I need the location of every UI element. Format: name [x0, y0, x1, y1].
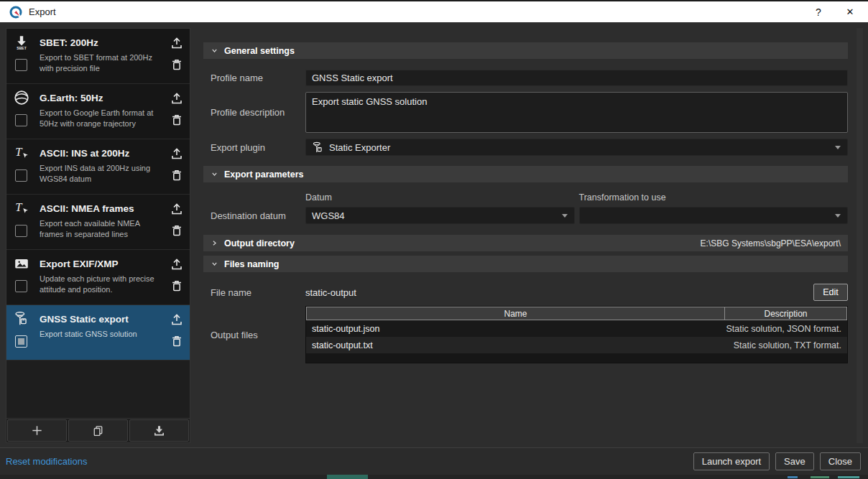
- profile-checkbox[interactable]: [15, 335, 27, 348]
- output-file-name: static-output.json: [306, 324, 726, 334]
- profile-title: ASCII: INS at 200Hz: [40, 148, 164, 159]
- output-directory-path: E:\SBG Systems\sbgPP\ESA\export\: [701, 238, 841, 248]
- add-profile-button[interactable]: [7, 419, 67, 442]
- output-file-row[interactable]: static-output.json Static solution, JSON…: [306, 320, 847, 337]
- column-header-description[interactable]: Description: [725, 307, 846, 320]
- export-profile-button[interactable]: [168, 34, 185, 52]
- profile-description-input[interactable]: Export static GNSS solution: [305, 92, 848, 133]
- profile-list-item[interactable]: SBET: 200Hz Export to SBET format at 200…: [6, 29, 190, 84]
- destination-datum-label: Destination datum: [203, 210, 305, 221]
- profile-title: Export EXIF/XMP: [40, 259, 164, 269]
- close-button[interactable]: Close: [820, 452, 861, 470]
- delete-profile-button[interactable]: [168, 222, 185, 239]
- import-profile-button[interactable]: [129, 419, 189, 442]
- chevron-down-icon: [211, 47, 218, 55]
- trash-icon: [170, 113, 184, 127]
- section-title: Export parameters: [224, 169, 303, 180]
- profile-checkbox[interactable]: [15, 169, 27, 182]
- column-header-name[interactable]: Name: [307, 307, 725, 320]
- google-earth-icon: [14, 90, 29, 106]
- upload-icon: [170, 147, 184, 161]
- profile-checkbox[interactable]: [15, 59, 27, 71]
- output-files-table: Name Description static-output.json Stat…: [305, 306, 848, 363]
- upload-icon: [170, 202, 184, 216]
- transformation-column-label: Transformation to use: [579, 192, 849, 203]
- trash-icon: [170, 279, 184, 293]
- profile-checkbox[interactable]: [15, 225, 27, 237]
- profile-description: Export each available NMEA frames in sep…: [40, 216, 164, 245]
- output-file-description: Static solution, JSON format.: [726, 324, 847, 334]
- chevron-down-icon: [211, 260, 218, 268]
- profile-list-item[interactable]: Export EXIF/XMP Update each picture with…: [6, 250, 190, 305]
- edit-file-name-button[interactable]: Edit: [813, 284, 848, 301]
- output-file-name: static-output.txt: [306, 340, 726, 350]
- export-profile-button[interactable]: [168, 200, 185, 218]
- profile-description: Export to Google Earth format at 50Hz wi…: [40, 106, 164, 134]
- section-output-directory[interactable]: Output directory E:\SBG Systems\sbgPP\ES…: [203, 235, 848, 251]
- dialog-body: SBET: 200Hz Export to SBET format at 200…: [0, 22, 868, 447]
- close-window-button[interactable]: ✕: [839, 3, 861, 22]
- section-title: Output directory: [224, 238, 295, 248]
- profile-list-item[interactable]: ASCII: INS at 200Hz Export INS data at 2…: [6, 139, 190, 195]
- trash-icon: [170, 168, 184, 182]
- datum-value: WGS84: [312, 210, 345, 221]
- save-button[interactable]: Save: [775, 452, 814, 470]
- output-files-label: Output files: [203, 330, 305, 340]
- delete-profile-button[interactable]: [168, 167, 185, 184]
- delete-profile-button[interactable]: [168, 56, 185, 73]
- export-profile-button[interactable]: [168, 145, 185, 162]
- reset-modifications-link[interactable]: Reset modifications: [6, 456, 87, 467]
- trash-icon: [170, 57, 184, 72]
- export-profile-button[interactable]: [168, 311, 185, 328]
- profile-list-item[interactable]: GNSS Static export Export static GNSS so…: [6, 305, 190, 361]
- background-artifact: [838, 476, 859, 478]
- sidebar-actions: [6, 418, 190, 442]
- upload-icon: [170, 36, 184, 50]
- profile-description-label: Profile description: [203, 107, 305, 118]
- export-plugin-value: Static Exporter: [329, 142, 390, 153]
- export-profile-button[interactable]: [168, 256, 185, 273]
- chevron-down-icon: [211, 170, 218, 178]
- background-artifact: [788, 476, 798, 478]
- profile-list: SBET: 200Hz Export to SBET format at 200…: [6, 29, 190, 361]
- export-plugin-dropdown[interactable]: Static Exporter: [305, 139, 848, 156]
- profile-description: Export INS data at 200Hz using WGS84 dat…: [40, 161, 164, 190]
- gnss-antenna-icon: [14, 311, 29, 327]
- scrollbar-track[interactable]: [857, 28, 863, 443]
- chevron-right-icon: [211, 239, 218, 247]
- profile-title: ASCII: NMEA frames: [40, 203, 164, 214]
- profile-name-label: Profile name: [203, 73, 305, 83]
- section-title: Files naming: [224, 259, 279, 269]
- section-files-naming[interactable]: Files naming: [203, 256, 848, 272]
- profile-name-input[interactable]: [305, 70, 848, 86]
- app-logo-icon: [9, 5, 23, 19]
- background-artifact: [811, 476, 829, 478]
- file-name-label: File name: [203, 287, 305, 298]
- profile-list-item[interactable]: ASCII: NMEA frames Export each available…: [6, 195, 190, 250]
- datum-dropdown[interactable]: WGS84: [305, 207, 575, 224]
- transformation-dropdown[interactable]: [579, 207, 849, 224]
- export-plugin-label: Export plugin: [203, 142, 305, 153]
- background-app-strip: [0, 475, 868, 479]
- export-dialog: Export ? ✕ SBET: 200Hz Export to SBET fo…: [0, 0, 868, 479]
- profiles-sidebar: SBET: 200Hz Export to SBET format at 200…: [6, 28, 190, 443]
- delete-profile-button[interactable]: [168, 111, 185, 129]
- section-general-settings[interactable]: General settings: [203, 42, 848, 59]
- output-files-body: static-output.json Static solution, JSON…: [306, 320, 847, 353]
- help-button[interactable]: ?: [808, 3, 829, 22]
- output-file-row[interactable]: static-output.txt Static solution, TXT f…: [306, 337, 847, 353]
- profile-title: SBET: 200Hz: [40, 37, 164, 48]
- export-profile-button[interactable]: [168, 90, 185, 107]
- ascii-text-icon: [14, 145, 29, 161]
- ascii-text-icon: [14, 200, 29, 216]
- profile-checkbox[interactable]: [15, 280, 27, 292]
- upload-icon: [170, 257, 184, 271]
- profile-checkbox[interactable]: [15, 114, 27, 126]
- delete-profile-button[interactable]: [168, 332, 185, 350]
- delete-profile-button[interactable]: [168, 277, 185, 294]
- launch-export-button[interactable]: Launch export: [693, 452, 770, 470]
- profile-list-item[interactable]: G.Earth: 50Hz Export to Google Earth for…: [6, 84, 190, 139]
- section-export-parameters[interactable]: Export parameters: [203, 166, 848, 182]
- duplicate-profile-button[interactable]: [68, 419, 128, 442]
- profile-description: Export to SBET format at 200Hz with prec…: [40, 50, 164, 79]
